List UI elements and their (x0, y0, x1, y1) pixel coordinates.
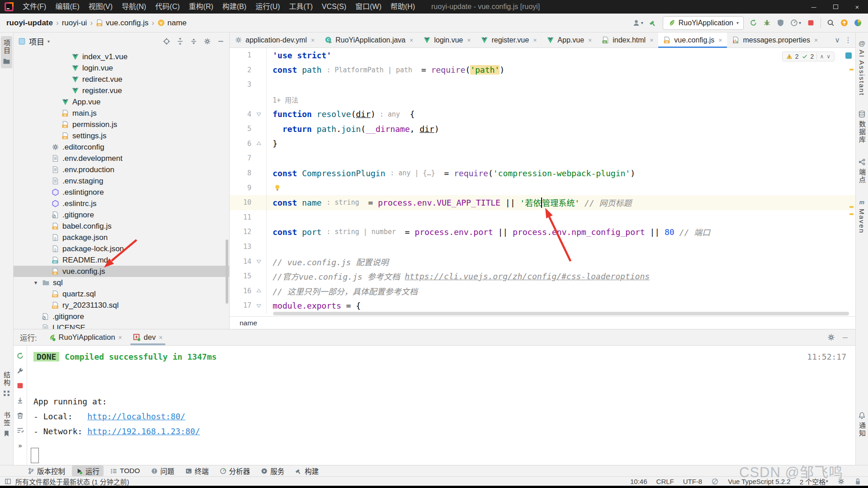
close-icon[interactable]: × (533, 37, 537, 44)
tree-item-register-vue[interactable]: register.vue (14, 85, 229, 96)
update-icon[interactable] (840, 19, 848, 27)
menu-item[interactable]: 文件(F) (18, 0, 51, 14)
tree-item-babel-config-js[interactable]: JSbabel.config.js (14, 221, 229, 232)
stripe-tab-ai-assistant[interactable]: @AI Assistant (857, 36, 867, 99)
tree-item-redirect-vue[interactable]: redirect.vue (14, 74, 229, 85)
menu-item[interactable]: 帮助(H) (386, 0, 420, 14)
tree-item-package-lock-json[interactable]: {}package-lock.json (14, 243, 229, 254)
tree-item--env-production[interactable]: .env.production (14, 164, 229, 175)
code-line[interactable]: 11 (230, 210, 855, 225)
status-item[interactable]: 10:46 (630, 478, 647, 485)
code-line[interactable]: 9 (230, 180, 855, 195)
code-line[interactable]: 3 (230, 77, 855, 92)
tab-messages-properties[interactable]: messages.properties× (727, 33, 823, 47)
layout-icon[interactable] (5, 478, 11, 485)
run-tab-ruoyiapplication[interactable]: RuoYiApplication× (42, 329, 127, 345)
menu-item[interactable]: 运行(U) (251, 0, 284, 14)
next-problem-icon[interactable]: ∨ (826, 53, 830, 60)
stop-icon[interactable] (16, 382, 24, 389)
toolwindow-button-运行[interactable]: 运行 (72, 465, 104, 476)
tree-item--gitignore[interactable]: .gitignore (14, 209, 229, 221)
toolwindow-button-构建[interactable]: 构建 (291, 465, 323, 476)
run-tab-dev[interactable]: dev× (127, 329, 168, 345)
minimize-button[interactable]: ─ (803, 0, 825, 14)
search-icon[interactable] (827, 19, 835, 27)
tab-login-vue[interactable]: login.vue× (418, 33, 476, 47)
user-menu-button[interactable]: ▾ (632, 19, 643, 27)
chevron-down-icon[interactable]: ∨ (835, 36, 840, 44)
fold-marker[interactable] (251, 107, 267, 122)
gear-icon[interactable] (827, 333, 835, 341)
editor-horizontal-scrollbar[interactable] (273, 312, 849, 315)
tree-item-login-vue[interactable]: login.vue (14, 62, 229, 74)
menu-item[interactable]: 视图(V) (84, 0, 117, 14)
tree-item-license[interactable]: LICENSE (14, 322, 229, 329)
breadcrumb-item[interactable]: ruoyi-update (6, 19, 53, 28)
tab-app-vue[interactable]: App.vue× (542, 33, 597, 47)
close-icon[interactable]: × (718, 37, 722, 44)
profiler-button[interactable]: ▾ (790, 19, 801, 27)
inspections-widget[interactable]: 2 2 ∧ ∨ (782, 52, 835, 61)
rerun-icon[interactable] (16, 352, 24, 360)
menu-item[interactable]: 编辑(E) (51, 0, 84, 14)
prettier-off-icon[interactable] (711, 478, 719, 485)
tab-index-html[interactable]: Hindex.html× (597, 33, 658, 47)
stripe-tab-书签[interactable]: 书签 (1, 408, 12, 441)
close-icon[interactable]: × (410, 37, 413, 44)
status-item[interactable]: UTF-8 (683, 478, 703, 485)
tree-item--eslintrc-js[interactable]: .eslintrc.js (14, 198, 229, 209)
fold-marker[interactable] (251, 136, 267, 151)
collapse-all-icon[interactable] (190, 38, 198, 45)
rerun-icon[interactable] (750, 19, 757, 27)
tree-item--eslintignore[interactable]: .eslintignore (14, 187, 229, 198)
menu-item[interactable]: 导航(N) (117, 0, 151, 14)
expand-all-icon[interactable] (176, 38, 184, 45)
tree-item-package-json[interactable]: {}package.json (14, 232, 229, 243)
code-line[interactable]: 1+ 用法 (230, 92, 855, 107)
code-line[interactable]: 8const CompressionPlugin : any | {…} = r… (230, 166, 855, 181)
close-button[interactable]: × (846, 0, 868, 14)
tree-item-settings-js[interactable]: JSsettings.js (14, 130, 229, 141)
code-with-me-icon[interactable] (854, 19, 862, 27)
tree-item-quartz-sql[interactable]: SQLquartz.sql (14, 288, 229, 300)
error-stripe-toggle[interactable] (845, 52, 852, 59)
stripe-tab-maven[interactable]: mMaven (857, 195, 867, 237)
stripe-tab-通知[interactable]: 通知 (856, 408, 868, 441)
fold-marker[interactable] (251, 254, 267, 269)
menu-item[interactable]: 窗口(W) (351, 0, 386, 14)
run-configuration-select[interactable]: RuoYiApplication ▾ (663, 16, 744, 30)
code-line[interactable]: 13 (230, 239, 855, 254)
debug-icon[interactable] (763, 19, 771, 27)
project-scrollbar[interactable] (226, 239, 228, 304)
run-console[interactable]: DONECompiled successfully in 1347ms11:52… (27, 346, 855, 465)
tab-register-vue[interactable]: register.vue× (476, 33, 542, 47)
editor[interactable]: 1'use strict'2const path : PlatformPath … (230, 48, 855, 316)
stop-icon[interactable] (807, 19, 815, 27)
soft-wrap-icon[interactable] (16, 427, 24, 434)
fold-marker[interactable] (251, 298, 267, 313)
editor-breadcrumb-item[interactable]: name (240, 319, 257, 327)
tree-item-index-v1-vue[interactable]: index_v1.vue (14, 51, 229, 62)
tree-item-vue-config-js[interactable]: JSvue.config.js (14, 266, 229, 277)
tab-vue-config-js[interactable]: JSvue.config.js× (658, 33, 727, 47)
more-icon[interactable]: » (16, 441, 24, 449)
status-item[interactable]: CRLF (656, 478, 674, 485)
tree-item--gitignore[interactable]: .gitignore (14, 311, 229, 322)
menu-item[interactable]: 构建(B) (218, 0, 251, 14)
toolwindow-button-服务[interactable]: 服务 (257, 465, 288, 476)
code-line[interactable]: 15//官方vue.config.js 参考文档 https://cli.vue… (230, 269, 855, 284)
close-icon[interactable]: × (159, 334, 162, 341)
close-icon[interactable]: × (311, 37, 315, 44)
code-line[interactable]: 5 return path.join(__dirname, dir) (230, 122, 855, 136)
menu-item[interactable]: 重构(R) (184, 0, 218, 14)
kebab-menu-icon[interactable]: ⋮ (844, 36, 852, 44)
maximize-button[interactable] (825, 0, 846, 14)
build-hammer-icon[interactable] (649, 19, 657, 27)
coverage-icon[interactable] (777, 19, 784, 27)
menu-item[interactable]: 工具(T) (284, 0, 317, 14)
trash-icon[interactable] (16, 412, 24, 419)
breadcrumb-item[interactable]: Vname (157, 19, 187, 28)
tab-application-dev-yml[interactable]: application-dev.yml× (230, 33, 320, 47)
menu-item[interactable]: VCS(S) (317, 0, 351, 14)
chevron-down-icon[interactable]: ▾ (33, 279, 39, 286)
